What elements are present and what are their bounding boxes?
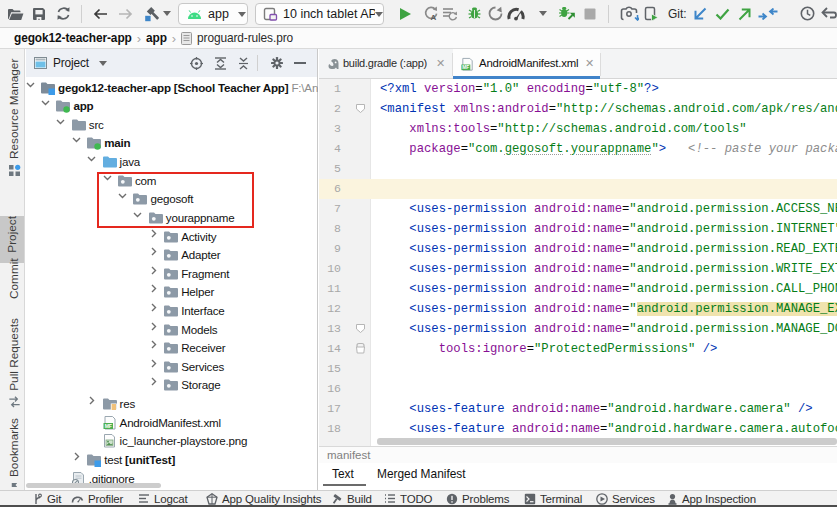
svg-text:A: A: [431, 13, 437, 21]
